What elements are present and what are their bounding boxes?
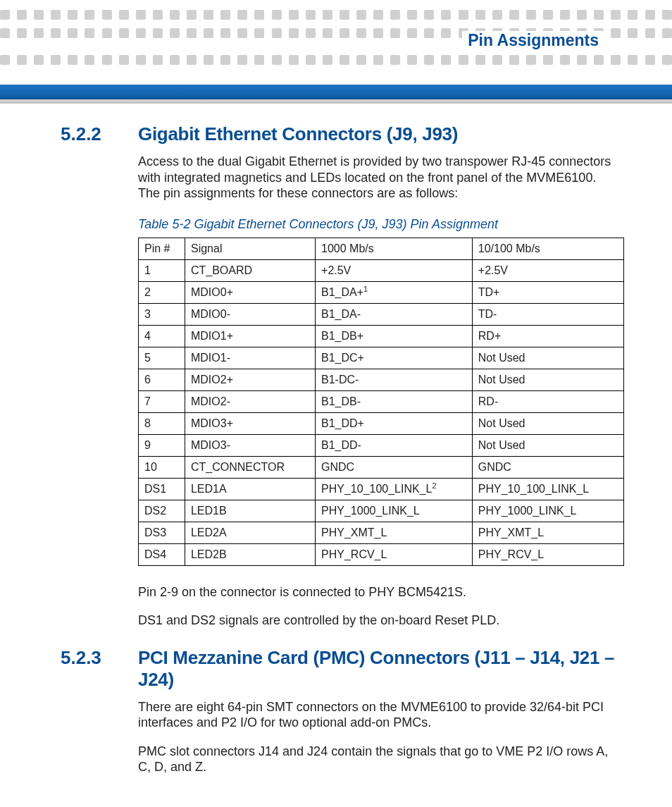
section-number: 5.2.2 — [61, 123, 118, 145]
cell-1000mbs: B1_DD- — [316, 434, 473, 456]
cell-10-100mbs: PHY_10_100_LINK_L — [472, 478, 623, 500]
cell-pin: DS2 — [139, 500, 185, 522]
cell-1000mbs: PHY_XMT_L — [316, 522, 473, 543]
cell-pin: 6 — [139, 369, 185, 390]
footnote-ref: 1 — [363, 285, 368, 293]
cell-10-100mbs: TD+ — [472, 281, 623, 303]
cell-signal: LED2B — [185, 543, 315, 565]
cell-pin: 7 — [139, 390, 185, 412]
table-row: 5MDIO1-B1_DC+Not Used — [139, 347, 624, 369]
cell-1000mbs: B1_DD+ — [316, 412, 473, 434]
section2-p1: There are eight 64-pin SMT connectors on… — [138, 699, 620, 731]
cell-pin: 3 — [139, 303, 185, 325]
cell-signal: MDIO2- — [185, 390, 315, 412]
cell-1000mbs: PHY_RCV_L — [316, 543, 473, 565]
cell-1000mbs: B1_DA+1 — [316, 281, 473, 303]
table-caption: Table 5-2 Gigabit Ethernet Connectors (J… — [138, 217, 620, 232]
cell-pin: 1 — [139, 259, 185, 281]
cell-signal: MDIO0- — [185, 303, 315, 325]
cell-signal: MDIO3- — [185, 434, 315, 456]
col-1000mbs: 1000 Mb/s — [316, 238, 473, 259]
table-row: 6MDIO2+B1-DC-Not Used — [139, 369, 624, 390]
note-pins-2-9: Pin 2-9 on the connector is connected to… — [138, 584, 620, 600]
cell-10-100mbs: PHY_XMT_L — [472, 522, 623, 543]
section-5-2-2-heading: 5.2.2 Gigabit Ethernet Connectors (J9, J… — [61, 123, 620, 145]
table-row: 10CT_CONNECTORGNDCGNDC — [139, 456, 624, 478]
col-10-100mbs: 10/100 Mb/s — [472, 238, 623, 259]
cell-pin: DS1 — [139, 478, 185, 500]
cell-10-100mbs: Not Used — [472, 434, 623, 456]
section-number: 5.2.3 — [61, 647, 118, 669]
section-intro: Access to the dual Gigabit Ethernet is p… — [138, 154, 620, 202]
cell-signal: MDIO1- — [185, 347, 315, 369]
cell-1000mbs: GNDC — [316, 456, 473, 478]
table-row: 4MDIO1+B1_DB+RD+ — [139, 325, 624, 347]
cell-signal: MDIO1+ — [185, 325, 315, 347]
cell-signal: CT_CONNECTOR — [185, 456, 315, 478]
cell-signal: LED1B — [185, 500, 315, 522]
cell-pin: 5 — [139, 347, 185, 369]
footnote-ref: 2 — [432, 481, 436, 490]
cell-1000mbs: PHY_1000_LINK_L — [316, 500, 473, 522]
table-row: 1CT_BOARD+2.5V+2.5V — [139, 259, 624, 281]
cell-pin: 2 — [139, 281, 185, 303]
table-row: 7MDIO2-B1_DB-RD- — [139, 390, 624, 412]
cell-signal: LED2A — [185, 522, 315, 543]
cell-pin: 4 — [139, 325, 185, 347]
table-row: DS2LED1BPHY_1000_LINK_LPHY_1000_LINK_L — [139, 500, 624, 522]
table-row: 9MDIO3-B1_DD-Not Used — [139, 434, 624, 456]
cell-signal: MDIO0+ — [185, 281, 315, 303]
cell-10-100mbs: +2.5V — [472, 259, 623, 281]
table-row: 3MDIO0-B1_DA-TD- — [139, 303, 624, 325]
header-blue-bar — [0, 85, 672, 99]
cell-1000mbs: PHY_10_100_LINK_L2 — [316, 478, 473, 500]
cell-10-100mbs: Not Used — [472, 369, 623, 390]
cell-1000mbs: B1_DA- — [316, 303, 473, 325]
cell-10-100mbs: TD- — [472, 303, 623, 325]
cell-10-100mbs: Not Used — [472, 347, 623, 369]
header-decor: Pin Assignments — [0, 0, 672, 69]
cell-signal: MDIO3+ — [185, 412, 315, 434]
cell-10-100mbs: PHY_1000_LINK_L — [472, 500, 623, 522]
col-signal: Signal — [185, 238, 315, 259]
section2-p2: PMC slot connectors J14 and J24 contain … — [138, 744, 620, 775]
cell-pin: 10 — [139, 456, 185, 478]
cell-10-100mbs: RD- — [472, 390, 623, 412]
cell-pin: 9 — [139, 434, 185, 456]
cell-1000mbs: B1_DC+ — [316, 347, 473, 369]
section-5-2-3-heading: 5.2.3 PCI Mezzanine Card (PMC) Connector… — [61, 647, 620, 691]
table-row: DS3LED2APHY_XMT_LPHY_XMT_L — [139, 522, 624, 543]
cell-pin: DS3 — [139, 522, 185, 543]
cell-pin: 8 — [139, 412, 185, 434]
cell-pin: DS4 — [139, 543, 185, 565]
table-header-row: Pin # Signal 1000 Mb/s 10/100 Mb/s — [139, 238, 624, 259]
cell-10-100mbs: Not Used — [472, 412, 623, 434]
cell-1000mbs: B1_DB+ — [316, 325, 473, 347]
cell-10-100mbs: GNDC — [472, 456, 623, 478]
header-grey-line — [0, 99, 672, 104]
table-row: DS4LED2BPHY_RCV_LPHY_RCV_L — [139, 543, 624, 565]
chapter-title: Pin Assignments — [462, 31, 604, 50]
section-title: Gigabit Ethernet Connectors (J9, J93) — [138, 123, 458, 145]
cell-1000mbs: B1_DB- — [316, 390, 473, 412]
cell-10-100mbs: RD+ — [472, 325, 623, 347]
cell-signal: LED1A — [185, 478, 315, 500]
cell-1000mbs: +2.5V — [316, 259, 473, 281]
table-row: 2MDIO0+B1_DA+1TD+ — [139, 281, 624, 303]
table-row: DS1LED1APHY_10_100_LINK_L2PHY_10_100_LIN… — [139, 478, 624, 500]
note-ds1-ds2: DS1 and DS2 signals are controlled by th… — [138, 612, 620, 629]
cell-signal: MDIO2+ — [185, 369, 315, 390]
table-row: 8MDIO3+B1_DD+Not Used — [139, 412, 624, 434]
col-pin: Pin # — [139, 238, 185, 259]
section-title: PCI Mezzanine Card (PMC) Connectors (J11… — [138, 647, 620, 691]
cell-1000mbs: B1-DC- — [316, 369, 473, 390]
pin-assignment-table: Pin # Signal 1000 Mb/s 10/100 Mb/s 1CT_B… — [138, 238, 624, 566]
cell-signal: CT_BOARD — [185, 259, 315, 281]
cell-10-100mbs: PHY_RCV_L — [472, 543, 623, 565]
